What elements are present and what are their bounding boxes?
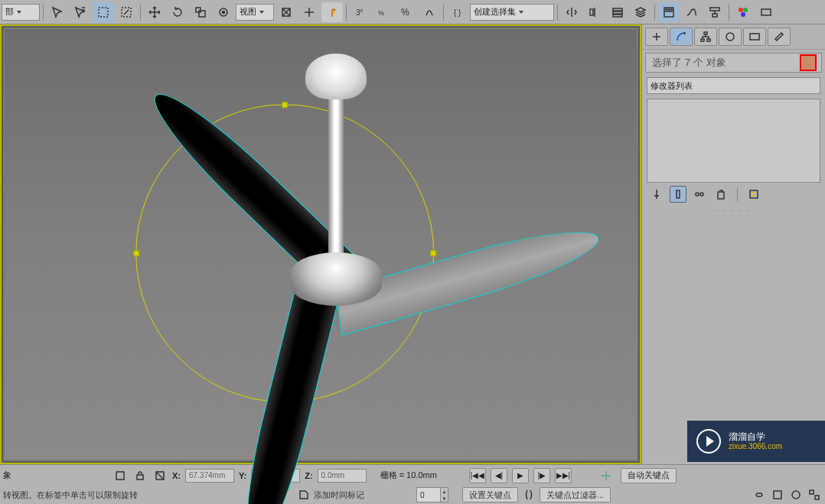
object-color-swatch[interactable]	[800, 54, 817, 71]
modify-tab[interactable]	[670, 28, 693, 46]
configure-sets-icon[interactable]	[745, 186, 762, 203]
modifier-list-dropdown[interactable]: 修改器列表	[647, 77, 820, 94]
svg-rect-19	[712, 14, 717, 17]
display-tab[interactable]	[743, 28, 766, 46]
svg-point-37	[792, 491, 800, 499]
schematic-view-icon[interactable]	[704, 2, 726, 22]
select-by-name-icon[interactable]	[70, 2, 91, 22]
remove-modifier-icon[interactable]	[712, 186, 729, 203]
make-unique-icon[interactable]	[691, 186, 708, 203]
show-end-result-icon[interactable]	[670, 186, 686, 203]
viewport-perspective[interactable]	[0, 24, 641, 464]
graph-editor-icon[interactable]	[658, 2, 680, 22]
svg-text:3°: 3°	[356, 8, 364, 17]
svg-rect-24	[704, 32, 707, 34]
angle-snap-icon[interactable]: 3°	[350, 2, 371, 22]
modifier-stack-toolbar	[642, 186, 825, 203]
watermark-brand: 溜溜自学	[729, 432, 782, 442]
next-frame-icon[interactable]: |▶	[533, 468, 550, 483]
key-filters-button[interactable]: 关键点过滤器...	[540, 487, 611, 502]
key-filters-icon[interactable]	[521, 487, 536, 502]
svg-rect-39	[815, 496, 819, 499]
prompt-bar: 转视图。在标签中单击可以限制旋转 添加时间标记 0 ▲▼ 设置关键点 关键点过滤…	[0, 486, 825, 504]
zoom-extents-icon[interactable]	[770, 487, 785, 502]
spinner-snap-icon[interactable]: %	[396, 2, 417, 22]
goto-start-icon[interactable]: |◀◀	[469, 468, 486, 483]
named-selection-dropdown[interactable]: 创建选择集	[470, 4, 554, 21]
svg-point-20	[739, 8, 743, 12]
move-icon[interactable]	[144, 2, 165, 22]
lock-icon[interactable]	[132, 468, 148, 483]
svg-rect-3	[199, 11, 205, 17]
svg-point-30	[696, 193, 699, 196]
grid-label: 栅格 = 10.0mm	[380, 470, 437, 481]
x-label: X:	[172, 471, 181, 480]
prompt-text: 转视图。在标签中单击可以限制旋转	[3, 489, 138, 501]
svg-rect-14	[613, 15, 622, 17]
svg-rect-32	[750, 190, 758, 198]
curve-editor-icon[interactable]	[681, 2, 703, 22]
snap-toggle-icon[interactable]	[321, 2, 343, 22]
x-value[interactable]: 67.374mm	[185, 469, 234, 483]
object-name-field[interactable]	[645, 53, 822, 73]
use-selection-center-icon[interactable]	[298, 2, 320, 22]
percent-snap-icon[interactable]: %	[373, 2, 394, 22]
modifier-stack[interactable]	[647, 99, 820, 183]
reference-coord-icon[interactable]	[213, 2, 234, 22]
maximize-viewport-icon[interactable]	[807, 487, 822, 502]
pin-stack-icon[interactable]	[648, 186, 665, 203]
create-tab[interactable]	[645, 28, 668, 46]
panel-resize-handle[interactable]: · · · · ·	[642, 203, 825, 218]
mirror-icon[interactable]	[561, 2, 582, 22]
svg-point-21	[743, 8, 748, 12]
svg-text:%: %	[378, 9, 384, 17]
svg-rect-11	[590, 9, 593, 15]
rotate-icon[interactable]	[167, 2, 188, 22]
add-time-tag-label[interactable]: 添加时间标记	[314, 489, 364, 501]
view-dropdown[interactable]: 视图	[236, 4, 274, 21]
utilities-tab[interactable]	[768, 28, 791, 46]
command-panel-tabs	[642, 24, 825, 50]
material-editor-icon[interactable]	[732, 2, 754, 22]
render-setup-icon[interactable]	[755, 2, 777, 22]
main-toolbar: 部 视图 3° % % { } 创建选择集	[0, 0, 825, 24]
scope-dropdown[interactable]: 部	[2, 4, 40, 21]
svg-rect-33	[116, 472, 124, 480]
pan-view-icon[interactable]	[752, 487, 767, 502]
motion-tab[interactable]	[719, 28, 742, 46]
scale-icon[interactable]	[190, 2, 211, 22]
select-object-icon[interactable]	[47, 2, 68, 22]
orbit-icon[interactable]	[788, 487, 804, 502]
hierarchy-tab[interactable]	[694, 28, 717, 46]
main-area: 修改器列表 · · · · ·	[0, 24, 825, 464]
isolate-icon[interactable]	[152, 468, 168, 483]
goto-end-icon[interactable]: ▶▶|	[555, 468, 572, 483]
svg-rect-34	[137, 475, 143, 480]
svg-rect-13	[613, 11, 622, 14]
key-mode-toggle-icon[interactable]	[596, 466, 616, 486]
svg-point-27	[726, 33, 734, 41]
svg-rect-16	[666, 9, 668, 11]
layer-mgr-icon[interactable]	[630, 2, 651, 22]
align-icon[interactable]	[584, 2, 605, 22]
set-key-button[interactable]: 设置关键点	[462, 487, 518, 502]
prev-frame-icon[interactable]: ◀|	[491, 468, 507, 483]
svg-rect-23	[761, 9, 771, 15]
auto-key-button[interactable]: 自动关键点	[621, 468, 677, 483]
select-window-crossing-icon[interactable]	[116, 2, 137, 22]
use-pivot-icon[interactable]	[276, 2, 297, 22]
edit-sel-set-icon[interactable]: { }	[447, 2, 468, 22]
layers-icon[interactable]	[607, 2, 628, 22]
select-region-rect-icon[interactable]	[93, 2, 114, 22]
svg-rect-0	[99, 8, 108, 17]
edit-named-sel-icon[interactable]	[419, 2, 440, 22]
frame-spinner[interactable]: 0 ▲▼	[416, 487, 448, 502]
time-tag-icon[interactable]	[297, 488, 311, 502]
play-icon[interactable]: ▶	[512, 468, 529, 483]
z-value[interactable]: 0.0mm	[318, 469, 367, 483]
svg-rect-25	[701, 39, 704, 41]
svg-rect-26	[707, 39, 710, 41]
selection-lock-toggle-icon[interactable]	[112, 468, 128, 483]
object-name-input[interactable]	[651, 57, 800, 70]
svg-rect-29	[677, 190, 680, 198]
